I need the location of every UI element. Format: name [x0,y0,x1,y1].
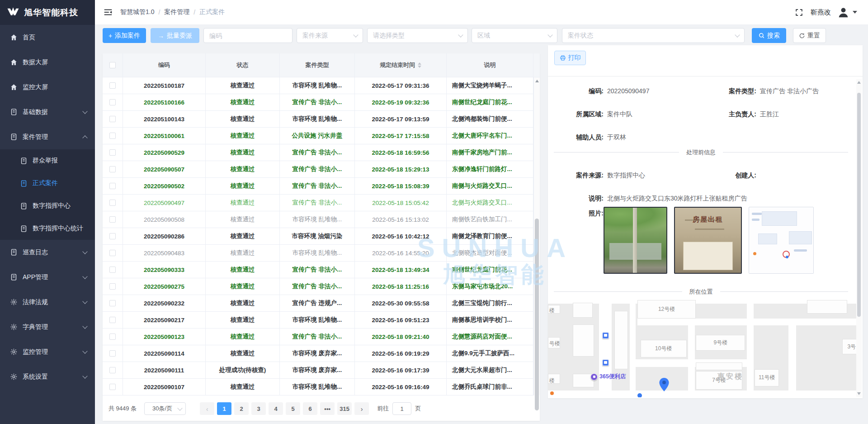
table-row[interactable]: 202205090333核查通过宣传广告 非法小...2022-05-18 13… [103,262,540,278]
page-size-select[interactable]: 30条/页 [144,402,186,415]
row-checkbox[interactable] [109,116,116,122]
case-photo-street[interactable] [604,207,667,274]
sidebar-item-case-management[interactable]: 案件管理 [0,124,95,149]
sidebar-item-patrol-log[interactable]: 巡查日志 [0,240,95,265]
case-photo-ad-sign[interactable]: 房屋出租 [674,207,742,274]
batch-dispatch-button[interactable]: →批量委派 [151,28,199,43]
goto-page-input[interactable] [392,402,411,415]
sidebar-item-system-settings[interactable]: 系统设置 [0,364,95,389]
sidebar-item-home[interactable]: 首页 [0,25,95,50]
page-button-4[interactable]: 4 [269,402,283,415]
row-checkbox[interactable] [109,183,116,189]
row-checkbox[interactable] [109,300,116,306]
row-checkbox[interactable] [109,317,116,323]
sidebar-item-base-data[interactable]: 基础数据 [0,100,95,124]
chevron-down-icon [82,324,87,329]
reset-button[interactable]: 重置 [793,28,826,43]
row-checkbox[interactable] [109,367,116,373]
page-button-315[interactable]: 315 [337,402,352,415]
row-checkbox[interactable] [109,82,116,89]
sidebar-item-dictionary[interactable]: 字典管理 [0,314,95,339]
sort-icon[interactable] [418,62,421,68]
table-row[interactable]: 202205090529核查通过宣传广告 非法小...2022-05-18 16… [103,144,540,161]
sidebar-item-public-report[interactable]: 群众举报 [0,149,95,172]
location-pin-icon[interactable] [659,378,669,391]
row-checkbox[interactable] [109,166,116,172]
sidebar-item-monitor-management[interactable]: 监控管理 [0,339,95,364]
page-button-6[interactable]: 6 [303,402,317,415]
case-status-select[interactable]: 案件状态 [562,28,745,43]
table-row[interactable]: 202205090107核查通过市容环境 乱堆物...2022-05-16 09… [103,379,540,395]
add-case-button[interactable]: +添加案件 [103,28,146,43]
prev-page-button[interactable]: ‹ [200,402,214,415]
row-checkbox[interactable] [109,283,116,290]
bus-stop-icon[interactable] [602,332,609,339]
row-checkbox[interactable] [109,216,116,223]
scroll-up-icon[interactable] [857,81,861,84]
table-row[interactable]: 202205090275核查通过宣传广告 非法小...2022-05-18 11… [103,278,540,295]
breadcrumb-item[interactable]: 智慧城管1.0 [120,8,154,16]
row-checkbox[interactable] [109,333,116,340]
poi-365-store[interactable]: 365便利店 [590,373,626,381]
case-source-select[interactable]: 案件来源 [297,28,363,43]
code-input[interactable] [203,28,292,43]
table-row[interactable]: 202205090502核查通过宣传广告 非法小...2022-05-18 15… [103,178,540,195]
print-button[interactable]: 打印 [554,51,586,65]
table-row[interactable]: 202205090111处理成功(待核查)市容环境 废弃家...2022-05-… [103,362,540,379]
table-row[interactable]: 202205090114核查通过市容环境 废弃家...2022-05-16 09… [103,345,540,362]
row-checkbox[interactable] [109,149,116,156]
table-row[interactable]: 202205100143核查通过市容环境 乱堆物...2022-05-17 09… [103,111,540,128]
case-photo-map[interactable] [749,207,814,274]
table-scrollbar[interactable] [533,77,540,395]
sidebar-item-monitor-screen[interactable]: 监控大屏 [0,75,95,100]
scroll-up-icon[interactable] [535,80,539,82]
row-checkbox[interactable] [109,233,116,239]
menu-collapse-icon[interactable] [103,7,113,17]
next-page-button[interactable]: › [354,402,369,415]
table-row[interactable]: 202205100061核查通过公共设施 污水井盖2022-05-17 17:1… [103,128,540,144]
table-row[interactable]: 202205090217核查通过市容环境 乱堆物...2022-05-16 09… [103,312,540,329]
search-button[interactable]: 搜索 [752,28,786,43]
fullscreen-icon[interactable] [795,8,803,17]
area-select[interactable]: 区域 [472,28,557,43]
row-checkbox[interactable] [109,200,116,206]
sidebar-item-app-management[interactable]: APP管理 [0,265,95,290]
location-map[interactable]: 12号楼10号楼9号楼3号7号楼11号楼楼号楼楼惠安楼365便利店 [548,300,856,397]
table-row[interactable]: 202205090232核查通过宣传广告 违规户...2022-05-30 09… [103,295,540,312]
row-checkbox[interactable] [109,267,116,273]
row-checkbox[interactable] [109,99,116,105]
detail-scrollbar[interactable] [856,79,862,397]
scrollbar-thumb[interactable] [857,93,861,317]
sidebar-item-laws[interactable]: 法律法规 [0,290,95,314]
table-row[interactable]: 202205090497核查通过宣传广告 非法小...2022-05-18 15… [103,195,540,211]
table-row[interactable]: 202205090286核查通过市容环境 油烟污染2022-05-16 10:4… [103,228,540,245]
table-row[interactable]: 202205100187核查通过市容环境 乱堆物...2022-05-17 09… [103,77,540,94]
scroll-down-icon[interactable] [857,392,861,395]
sidebar-item-digital-command-center[interactable]: 数字指挥中心 [0,195,95,217]
bus-stop-icon[interactable] [602,359,609,366]
table-row[interactable]: 202205090123核查通过宣传广告 非法小...2022-05-18 09… [103,329,540,345]
user-caret-icon[interactable] [853,11,857,14]
page-button-5[interactable]: 5 [286,402,300,415]
table-row[interactable]: 202205090508核查通过市容环境 乱堆物...2022-05-16 15… [103,211,540,228]
avatar[interactable] [837,6,849,19]
select-all-checkbox[interactable] [109,62,116,68]
row-checkbox[interactable] [109,250,116,256]
sidebar-item-digital-command-stats[interactable]: 数字指挥中心统计 [0,217,95,240]
table-row[interactable]: 202205090507核查通过宣传广告 非法小...2022-05-18 15… [103,161,540,178]
page-button-1[interactable]: 1 [217,402,231,415]
row-checkbox[interactable] [109,350,116,357]
page-more-button[interactable]: ••• [320,402,335,415]
column-header-deadline[interactable]: 规定结束时间 [355,53,447,77]
scrollbar-thumb[interactable] [535,219,539,410]
case-type-select[interactable]: 请选择类型 [367,28,468,43]
table-row[interactable]: 202205090483核查通过市容环境 乱堆物...2022-05-16 14… [103,245,540,262]
sidebar-item-formal-case[interactable]: 正式案件 [0,172,95,195]
row-checkbox[interactable] [109,384,116,390]
sidebar-item-data-screen[interactable]: 数据大屏 [0,50,95,75]
page-button-2[interactable]: 2 [234,402,249,415]
breadcrumb-item[interactable]: 案件管理 [164,8,189,16]
table-row[interactable]: 202205100166核查通过宣传广告 非法小...2022-05-19 09… [103,94,540,111]
row-checkbox[interactable] [109,133,116,139]
page-button-3[interactable]: 3 [251,402,266,415]
